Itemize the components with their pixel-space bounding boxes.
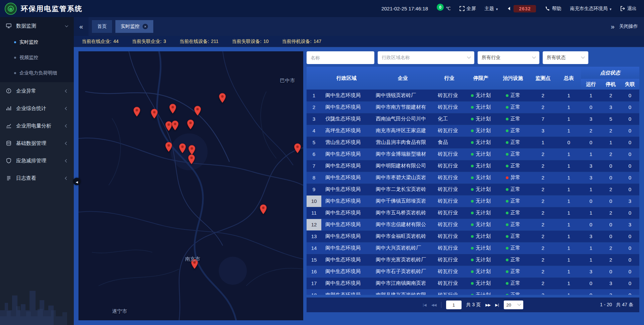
logo-emblem [8, 6, 14, 12]
help-label: 帮助 [552, 6, 561, 12]
alert-marquee[interactable]: 2632 [506, 5, 536, 12]
log-icon [6, 175, 12, 181]
table-row[interactable]: 1阆中生态环境局阆中强锐页岩砖厂砖瓦行业无计划正常21120 [307, 90, 639, 101]
region-select-value: 行政区域名称 [382, 55, 410, 61]
database-icon [6, 141, 12, 146]
theme-dropdown[interactable]: 主题 [485, 6, 498, 12]
sidebar-group-log-view[interactable]: 日志查看 [0, 169, 74, 187]
cell-company: 阆中市金博瑞新型墙材 [372, 148, 434, 160]
cell-facility: 正常 [497, 195, 529, 207]
page-size-select[interactable]: 20 [504, 301, 523, 309]
name-search-input[interactable] [307, 51, 374, 64]
table-row[interactable]: 14阆中生态环境局阆中大兴页岩机砖厂砖瓦行业无计划正常21120 [307, 242, 639, 254]
cell-stop: 0 [601, 219, 621, 230]
app-logo-icon [5, 3, 17, 15]
cell-run: 3 [581, 113, 601, 125]
logout-button[interactable]: 退出 [620, 6, 637, 12]
table-row[interactable]: 15阆中生态环境局阆中市光富页岩机砖厂砖瓦行业无计划正常21120 [307, 254, 639, 266]
sidebar-item-label: 实时监控 [19, 39, 38, 45]
table-row[interactable]: 7阆中生态环境局阆中明阳建材有限公司砖瓦行业无计划正常21300 [307, 160, 639, 172]
stat-value: 3 [163, 39, 166, 45]
alert-count-badge[interactable]: 2632 [514, 5, 536, 12]
table-row[interactable]: 17阆中生态环境局阆中市江南镇阆南页岩砖瓦行业无计划正常21030 [307, 277, 639, 289]
sidebar-collapse-handle[interactable] [73, 178, 80, 185]
sidebar-group-data-monitoring[interactable]: 数据监测 [0, 17, 74, 35]
col-industry: 行业 [434, 67, 465, 90]
cell-meters: 1 [557, 113, 581, 125]
org-dropdown[interactable]: 南充市生态环境局 [570, 6, 611, 12]
table-row[interactable]: 2阆中生态环境局阆中市南方节能建材有砖瓦行业无计划正常21030 [307, 101, 639, 113]
sidebar-group-enterprise-abnormal[interactable]: 企业异常 [0, 82, 74, 100]
table-row[interactable]: 16阆中生态环境局阆中市石子页岩机砖厂砖瓦行业无计划正常21300 [307, 266, 639, 277]
table-row[interactable]: 9阆中生态环境局阆中市二龙长宝页岩砖砖瓦行业无计划正常21120 [307, 183, 639, 195]
cell-facility: 正常 [497, 137, 529, 148]
table-row[interactable]: 6阆中生态环境局阆中市金博瑞新型墙材砖瓦行业无计划正常21120 [307, 148, 639, 160]
table-row[interactable]: 13阆中生态环境局阆中市金福旺页岩机砖砖瓦行业无计划正常21300 [307, 230, 639, 242]
sidebar-item-power-load-detail[interactable]: 企业电力负荷明细 [0, 65, 74, 81]
status-dot-icon [506, 235, 508, 238]
cell-seq: 5 [307, 137, 321, 148]
page-size-value: 20 [506, 303, 511, 308]
map-panel[interactable]: 巴中市南充市遂宁市 [78, 51, 303, 320]
cell-seq: 17 [307, 277, 321, 289]
alert-icon [6, 88, 12, 94]
cell-run: 0 [581, 137, 601, 148]
sidebar-item-video-monitor[interactable]: 视频监控 [0, 50, 74, 65]
sidebar-submenu: 实时监控 视频监控 企业电力负荷明细 [0, 35, 74, 82]
cell-lost: 0 [621, 101, 639, 113]
table-row[interactable]: 3仪陇生态环境局西南油气田分公司川中化工无计划正常71350 [307, 113, 639, 125]
region-select[interactable]: 行政区域名称 [378, 51, 474, 64]
sidebar-group-base-data[interactable]: 基础数据管理 [0, 134, 74, 152]
sidebar-group-emergency-reduction[interactable]: 应急减排管理 [0, 152, 74, 169]
cell-run: 0 [581, 277, 601, 289]
sidebar-group-power-analysis[interactable]: 企业用电量分析 [0, 117, 74, 134]
next-page-button[interactable] [485, 303, 490, 307]
stat-stopped-devices: 当前停机设备:147 [282, 39, 321, 45]
cell-facility: 正常 [497, 219, 529, 230]
tab-home[interactable]: 首页 [92, 20, 112, 33]
help-button[interactable]: 帮助 [545, 6, 561, 12]
cell-points: 2 [529, 195, 557, 207]
first-page-button[interactable] [423, 303, 426, 307]
cell-seq: 16 [307, 266, 321, 277]
cell-industry: 砖瓦行业 [434, 254, 465, 266]
sidebar-group-enterprise-statistics[interactable]: 企业综合统计 [0, 100, 74, 117]
logout-icon [620, 6, 625, 11]
table-row[interactable]: 4高坪生态环境局南充市高坪区王家店建砖瓦行业无计划正常31220 [307, 125, 639, 137]
status-dot-icon [471, 212, 474, 214]
analysis-icon [6, 123, 12, 129]
table-row[interactable]: 8阆中生态环境局阆中市枣碧大梁山页岩砖瓦行业无计划异常21300 [307, 172, 639, 183]
table-row[interactable]: 5营山生态环境局营山县润丰肉食品有限食品无计划正常10010 [307, 137, 639, 148]
page-number-input[interactable]: 1 [446, 301, 462, 309]
table-row[interactable]: 10阆中生态环境局阆中千佛镇五郎垭页岩砖瓦行业无计划正常21003 [307, 195, 639, 207]
table-row[interactable]: 11阆中生态环境局阆中市五马桥页岩机砖砖瓦行业无计划正常21120 [307, 207, 639, 219]
status-select[interactable]: 所有状态 [543, 51, 588, 64]
pagination-bar: 1 共 3 页 20 1 - 20 共 47 条 [307, 297, 639, 312]
table-row[interactable]: 18南部生态环境局南部县建兴页岩砖有限砖瓦行业无计划正常21030 [307, 289, 639, 295]
cell-seq: 1 [307, 90, 321, 101]
cell-limit: 无计划 [465, 219, 497, 230]
tabs-scroll-left-icon[interactable] [74, 17, 89, 36]
tab-realtime-monitor[interactable]: 实时监控 [115, 20, 153, 33]
col-facility: 治污设施 [497, 67, 529, 90]
datetime-label: 2021-02-25 17:46:18 [381, 6, 428, 11]
chevron-down-icon [65, 24, 68, 27]
status-dot-icon [471, 165, 474, 167]
status-dot-icon [471, 118, 474, 120]
prev-page-button[interactable] [431, 303, 436, 307]
cell-industry: 砖瓦行业 [434, 230, 465, 242]
cell-stop: 2 [601, 254, 621, 266]
cell-stop: 5 [601, 113, 621, 125]
sidebar-item-realtime-monitor[interactable]: 实时监控 [0, 35, 74, 50]
col-run: 运行 [581, 79, 601, 90]
tabs-scroll-right-icon[interactable] [611, 23, 614, 31]
close-operations-button[interactable]: 关闭操作 [619, 23, 638, 30]
fullscreen-button[interactable]: 全屏 [460, 6, 476, 12]
cell-stop: 0 [601, 195, 621, 207]
industry-select[interactable]: 所有行业 [478, 51, 539, 64]
cell-points: 2 [529, 148, 557, 160]
table-row[interactable]: 12阆中生态环境局阆中市忠信建材有限公砖瓦行业无计划正常21003 [307, 219, 639, 230]
close-tab-icon[interactable] [143, 24, 148, 29]
col-company: 企业 [372, 67, 434, 90]
last-page-button[interactable] [495, 303, 499, 307]
